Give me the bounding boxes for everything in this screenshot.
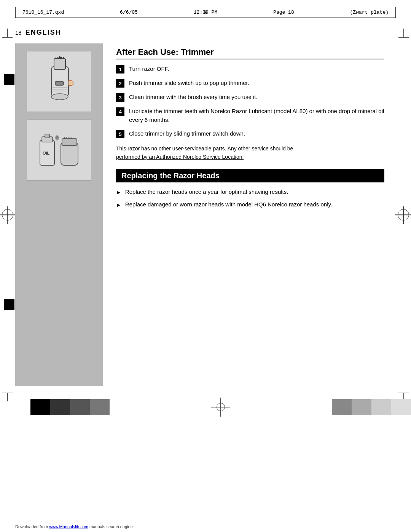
bullet-text-2: Replace damaged or worn razor heads with… bbox=[125, 200, 332, 209]
illustration-oil-dropper: OIL bbox=[27, 120, 91, 181]
language-label: ENGLISH bbox=[25, 29, 61, 37]
reg-circle-left bbox=[2, 209, 13, 220]
step-item-2: 2 Push trimmer slide switch up to pop up… bbox=[116, 79, 384, 88]
black-square-bl bbox=[4, 299, 14, 310]
svg-rect-1 bbox=[54, 59, 65, 69]
header-page: Page 18 bbox=[273, 10, 294, 15]
step-number-3: 3 bbox=[116, 93, 124, 102]
trimmer-section-title: After Each Use: Trimmer bbox=[116, 47, 384, 59]
svg-rect-8 bbox=[55, 81, 64, 85]
header-file: 7610_16_17.qxd bbox=[22, 10, 64, 15]
gray-sidebar: OIL bbox=[15, 43, 103, 386]
footer-text: Downloaded from bbox=[15, 524, 49, 529]
step-text-1: Turn razor OFF. bbox=[129, 65, 169, 73]
content-area: After Each Use: Trimmer 1 Turn razor OFF… bbox=[103, 43, 396, 386]
step-text-2: Push trimmer slide switch up to pop up t… bbox=[129, 79, 249, 88]
reg-mark-tl bbox=[2, 29, 13, 38]
step-item-3: 3 Clean trimmer with the brush every tim… bbox=[116, 93, 384, 102]
footer-suffix: manuals search engine bbox=[88, 524, 133, 529]
step-item-5: 5 Close trimmer by sliding trimmer switc… bbox=[116, 129, 384, 138]
swatch-light1 bbox=[332, 399, 352, 415]
step-number-1: 1 bbox=[116, 65, 124, 73]
step-text-5: Close trimmer by sliding trimmer switch … bbox=[129, 129, 245, 138]
bullet-item-2: ► Replace damaged or worn razor heads wi… bbox=[116, 200, 384, 209]
bottom-color-bar bbox=[15, 398, 411, 417]
header-plate: (Zwart plate) bbox=[350, 10, 389, 15]
reg-mark-left bbox=[2, 209, 13, 220]
page-content: 18 ENGLISH bbox=[15, 29, 396, 386]
trimmer-popup-svg bbox=[30, 55, 88, 108]
svg-rect-18 bbox=[62, 139, 77, 145]
swatch-light3 bbox=[371, 399, 391, 415]
bullet-arrow-1: ► bbox=[116, 189, 121, 197]
bullet-list: ► Replace the razor heads once a year fo… bbox=[116, 188, 384, 209]
header-date: 6/6/05 bbox=[120, 10, 138, 15]
reg-mark-bl bbox=[2, 393, 13, 402]
oil-dropper-svg: OIL bbox=[30, 123, 88, 177]
steps-list: 1 Turn razor OFF. 2 Push trimmer slide s… bbox=[116, 65, 384, 138]
crosshair-icon: ⊕ bbox=[204, 9, 208, 16]
bottom-crosshair bbox=[110, 398, 332, 417]
step-number-4: 4 bbox=[116, 107, 124, 116]
header-bar: 7610_16_17.qxd 6/6/05 12:39 PM ⊕ Page 18… bbox=[15, 7, 396, 18]
footer-link[interactable]: www.Manualslib.com bbox=[49, 524, 88, 529]
main-area: OIL bbox=[15, 43, 396, 386]
swatch-gray bbox=[90, 399, 110, 415]
step-item-1: 1 Turn razor OFF. bbox=[116, 65, 384, 73]
color-swatches-right bbox=[332, 399, 411, 415]
bullet-item-1: ► Replace the razor heads once a year fo… bbox=[116, 188, 384, 197]
swatch-light4 bbox=[391, 399, 411, 415]
swatch-dark-gray bbox=[50, 399, 70, 415]
svg-marker-7 bbox=[58, 56, 62, 59]
reg-mark-right bbox=[398, 209, 409, 220]
step-item-4: 4 Lubricate the trimmer teeth with Norel… bbox=[116, 107, 384, 124]
black-square-tl bbox=[4, 74, 14, 85]
svg-text:OIL: OIL bbox=[43, 151, 50, 155]
reg-mark-tr bbox=[398, 29, 409, 38]
bullet-arrow-2: ► bbox=[116, 201, 121, 209]
crosshair-bottom-icon bbox=[211, 398, 230, 417]
bullet-text-1: Replace the razor heads once a year for … bbox=[125, 188, 288, 197]
swatch-light2 bbox=[352, 399, 371, 415]
footer: Downloaded from www.Manualslib.com manua… bbox=[15, 524, 133, 529]
swatch-black bbox=[30, 399, 50, 415]
step-text-4: Lubricate the trimmer teeth with Norelco… bbox=[129, 107, 384, 124]
color-swatches-left bbox=[30, 399, 110, 415]
page-heading: 18 ENGLISH bbox=[15, 29, 396, 37]
step-number-2: 2 bbox=[116, 79, 124, 88]
illustration-trimmer-popup bbox=[27, 51, 91, 112]
svg-rect-17 bbox=[61, 142, 78, 165]
step-text-3: Clean trimmer with the brush every time … bbox=[129, 93, 258, 102]
step-number-5: 5 bbox=[116, 130, 124, 138]
svg-point-12 bbox=[51, 94, 68, 100]
svg-rect-15 bbox=[45, 134, 49, 138]
replacing-section-title: Replacing the Razor Heads bbox=[116, 169, 384, 182]
page-number: 18 bbox=[15, 29, 22, 36]
reg-circle-right bbox=[398, 209, 409, 220]
swatch-mid-gray bbox=[70, 399, 90, 415]
header-crosshair: ⊕ bbox=[204, 9, 208, 16]
service-note: This razor has no other user-serviceable… bbox=[116, 144, 299, 161]
